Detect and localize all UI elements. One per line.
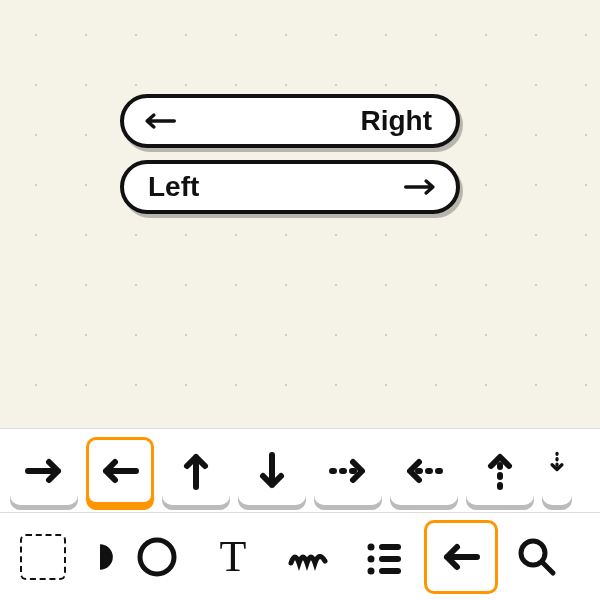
arrow-down-icon [250, 449, 294, 493]
list-tool[interactable] [348, 520, 422, 594]
arrow-left-icon [142, 111, 176, 131]
shape-tool[interactable] [82, 520, 118, 594]
arrow-option-right-dotted[interactable] [314, 437, 382, 505]
arrow-option-right[interactable] [10, 437, 78, 505]
arrow-option-down[interactable] [238, 437, 306, 505]
arrow-left-dotted-icon [402, 449, 446, 493]
shape-right-label: Right [336, 105, 456, 137]
arrow-up-icon [174, 449, 218, 493]
arrow-right-icon [22, 449, 66, 493]
circle-tool[interactable] [120, 520, 194, 594]
arrow-up-dotted-icon [478, 449, 522, 493]
shape-left-label: Left [124, 171, 223, 203]
search-tool[interactable] [500, 520, 574, 594]
scribble-icon [285, 533, 333, 581]
svg-point-3 [368, 555, 375, 562]
select-icon [20, 534, 66, 580]
pen-tool[interactable] [272, 520, 346, 594]
shape-right-pill[interactable]: Right [120, 94, 460, 148]
shape-left-pill[interactable]: Left [120, 160, 460, 214]
svg-rect-6 [379, 568, 401, 574]
arrow-tool[interactable] [424, 520, 498, 594]
arrow-down-dotted-icon [545, 440, 569, 484]
svg-rect-4 [379, 556, 401, 562]
bottom-toolbar: T [0, 512, 600, 600]
arrow-option-down-dotted[interactable] [542, 437, 572, 505]
svg-point-1 [368, 543, 375, 550]
arrow-option-left[interactable] [86, 437, 154, 505]
arrow-left-icon [437, 533, 485, 581]
arrow-option-left-dotted[interactable] [390, 437, 458, 505]
arrow-option-up[interactable] [162, 437, 230, 505]
svg-point-0 [140, 540, 174, 574]
arrow-left-icon [98, 449, 142, 493]
select-tool[interactable] [6, 520, 80, 594]
arrow-right-icon [404, 177, 438, 197]
circle-icon [133, 533, 181, 581]
arrow-option-up-dotted[interactable] [466, 437, 534, 505]
text-icon: T [220, 531, 247, 582]
list-icon [361, 533, 409, 581]
arrow-direction-picker [0, 428, 600, 512]
text-tool[interactable]: T [196, 520, 270, 594]
svg-point-5 [368, 567, 375, 574]
arrow-right-dotted-icon [326, 449, 370, 493]
svg-rect-2 [379, 544, 401, 550]
search-icon [513, 533, 561, 581]
half-circle-icon [85, 533, 115, 581]
